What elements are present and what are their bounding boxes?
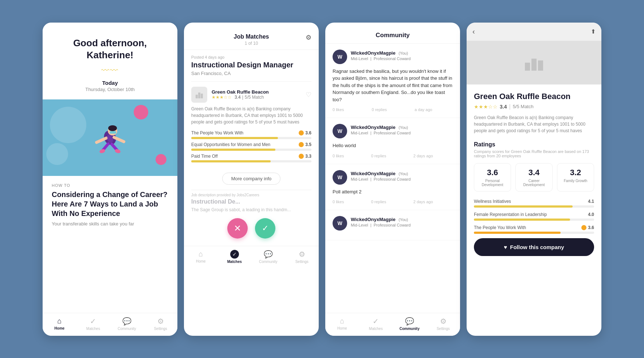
- post-likes-3[interactable]: 0 likes: [333, 200, 344, 204]
- svg-rect-15: [531, 59, 537, 71]
- rating-bar-2: [191, 149, 275, 151]
- company-stars: ★★★☆☆: [212, 95, 232, 100]
- share-button[interactable]: ⬆: [591, 28, 596, 35]
- nav-settings-2[interactable]: ⚙ Settings: [285, 250, 319, 264]
- post-item-4: W WickedOnyxMagpie (You) Mid-Level | Pro…: [325, 210, 460, 240]
- rating-label-2: Equal Opportunities for Women and Men: [191, 142, 299, 147]
- follow-company-button[interactable]: ♥ Follow this company: [474, 238, 594, 256]
- filter-icon[interactable]: ⚙: [306, 34, 311, 42]
- nav-matches[interactable]: ✓ Matches: [76, 317, 110, 331]
- nav-home-3[interactable]: ⌂ Home: [325, 317, 359, 331]
- settings-icon-2: ⚙: [299, 250, 305, 259]
- settings-icon-3: ⚙: [440, 317, 447, 326]
- bar-label-3: The People You Work With: [474, 225, 526, 230]
- matches-header: Job Matches 1 of 10 ⚙: [184, 23, 319, 50]
- screen-matches: Job Matches 1 of 10 ⚙ Posted 4 days ago …: [184, 23, 319, 336]
- post-replies-2[interactable]: 0 replies: [371, 154, 386, 158]
- deco-circle-2: [46, 143, 68, 165]
- ratings-subtitle: Company scores for Green Oak Ruffle Beac…: [474, 149, 594, 158]
- company-logo-icon: [194, 90, 204, 100]
- matches-icon-3: ✓: [373, 317, 379, 326]
- how-to-label: How To: [52, 183, 168, 188]
- deco-circle-4: [156, 154, 166, 165]
- nav-community-3[interactable]: 💬 Community: [393, 317, 427, 331]
- matches-active-icon: ✓: [230, 250, 239, 259]
- detail-match: 5/5 Match: [513, 104, 534, 109]
- post-text-3: Poll attempt 2: [333, 188, 453, 196]
- post-text-1: Ragnar sacked the basilica, but you woul…: [333, 68, 453, 103]
- favorite-icon[interactable]: ♡: [306, 91, 311, 99]
- username-4: WickedOnyxMagpie: [351, 217, 396, 222]
- bar-val-3: 3.6: [588, 225, 594, 230]
- post-meta-1: WickedOnyxMagpie (You) Mid-Level | Profe…: [351, 50, 411, 61]
- nav-community[interactable]: 💬 Community: [110, 317, 144, 331]
- detail-header: ‹ ⬆: [467, 23, 601, 41]
- post-replies-1[interactable]: 0 replies: [372, 107, 387, 112]
- you-badge-2: (You): [398, 125, 408, 130]
- nav-settings-3[interactable]: ⚙ Settings: [427, 317, 460, 331]
- nav-matches-2[interactable]: ✓ Matches: [218, 250, 252, 264]
- post-likes-2[interactable]: 0 likes: [333, 154, 344, 158]
- company-rating: 3.4: [235, 95, 241, 100]
- post-meta-3: WickedOnyxMagpie (You) Mid-Level | Profe…: [351, 170, 411, 181]
- ratings-section: The People You Work With 3.6 Equal Oppor…: [184, 130, 319, 169]
- rating-bar-1: [191, 137, 278, 139]
- matches-icon: ✓: [90, 317, 96, 326]
- nav-settings-label-2: Settings: [295, 260, 309, 264]
- stat-family: 3.2 Family Growth: [557, 163, 594, 192]
- post-text-2: Hello world: [333, 142, 453, 149]
- bar-fill-1: [474, 205, 573, 208]
- bar-label-2: Female Representation in Leadership: [474, 212, 547, 217]
- job-desc-source: Job description provided by Jobs2Careers: [184, 190, 319, 198]
- svg-rect-13: [201, 94, 203, 98]
- rating-val-3: 3.3: [305, 154, 311, 159]
- nav-matches-label-3: Matches: [369, 327, 383, 331]
- post-time-1: a day ago: [415, 107, 432, 112]
- community-icon: 💬: [122, 317, 131, 326]
- posts-list: W WickedOnyxMagpie (You) Mid-Level | Pro…: [325, 44, 460, 313]
- stat-val-3: 3.2: [559, 168, 592, 177]
- stat-val-2: 3.4: [518, 168, 550, 177]
- post-replies-3[interactable]: 0 replies: [371, 200, 386, 204]
- bottom-nav-community: ⌂ Home ✓ Matches 💬 Community ⚙ Settings: [325, 313, 460, 336]
- detail-company-name: Green Oak Ruffle Beacon: [474, 92, 594, 101]
- company-content: Green Oak Ruffle Beacon ★★★☆☆ 3.4 | 5/5 …: [467, 84, 601, 336]
- reject-button[interactable]: ✕: [227, 218, 248, 239]
- action-buttons: ✕ ✓: [184, 215, 319, 246]
- company-hero-image: [467, 41, 601, 84]
- article-title[interactable]: Considering a Change of Career? Here Are…: [52, 190, 168, 218]
- stat-val-1: 3.6: [476, 168, 508, 177]
- home-icon: ⌂: [57, 317, 62, 325]
- company-name: Green Oak Ruffle Beacon: [212, 89, 301, 95]
- svg-rect-16: [538, 60, 543, 71]
- nav-matches-3[interactable]: ✓ Matches: [359, 317, 393, 331]
- post-meta-4: WickedOnyxMagpie (You) Mid-Level | Profe…: [351, 216, 411, 227]
- back-button[interactable]: ‹: [472, 27, 475, 36]
- accept-button[interactable]: ✓: [255, 218, 275, 239]
- nav-home[interactable]: ⌂ Home: [43, 317, 76, 331]
- username-2: WickedOnyxMagpie: [351, 125, 396, 130]
- svg-point-2: [108, 125, 117, 131]
- matches-count: 1 of 10: [191, 41, 311, 46]
- detail-desc: Green Oak Ruffle Beacon is a(n) Banking …: [474, 114, 594, 134]
- nav-community-2[interactable]: 💬 Community: [251, 250, 285, 264]
- stat-label-1: Personal Development: [476, 179, 508, 187]
- detail-stars: ★★★☆☆: [474, 104, 498, 110]
- settings-icon: ⚙: [157, 317, 164, 326]
- company-info: Green Oak Ruffle Beacon ★★★☆☆ 3.4 | 5/5 …: [212, 89, 301, 100]
- more-company-info-button[interactable]: More company info: [222, 173, 281, 185]
- bar-people: The People You Work With 3.6: [474, 225, 594, 234]
- article-subtitle: Your transferable skills can take you fa…: [52, 221, 168, 227]
- community-title: Community: [333, 32, 453, 39]
- stat-label-2: Career Development: [518, 179, 550, 187]
- company-logo: [191, 87, 207, 103]
- rating-row-3: Paid Time Off 3.3: [191, 154, 311, 162]
- nav-settings[interactable]: ⚙ Settings: [144, 317, 178, 331]
- rating-row-2: Equal Opportunities for Women and Men 3.…: [191, 142, 311, 151]
- post-meta-2: WickedOnyxMagpie (You) Mid-Level | Profe…: [351, 124, 411, 135]
- job-title[interactable]: Instructional Design Manager: [184, 61, 319, 71]
- post-likes-1[interactable]: 0 likes: [333, 107, 344, 112]
- nav-home-2[interactable]: ⌂ Home: [184, 250, 218, 264]
- stats-grid: 3.6 Personal Development 3.4 Career Deve…: [474, 163, 594, 192]
- company-match: |: [242, 95, 243, 100]
